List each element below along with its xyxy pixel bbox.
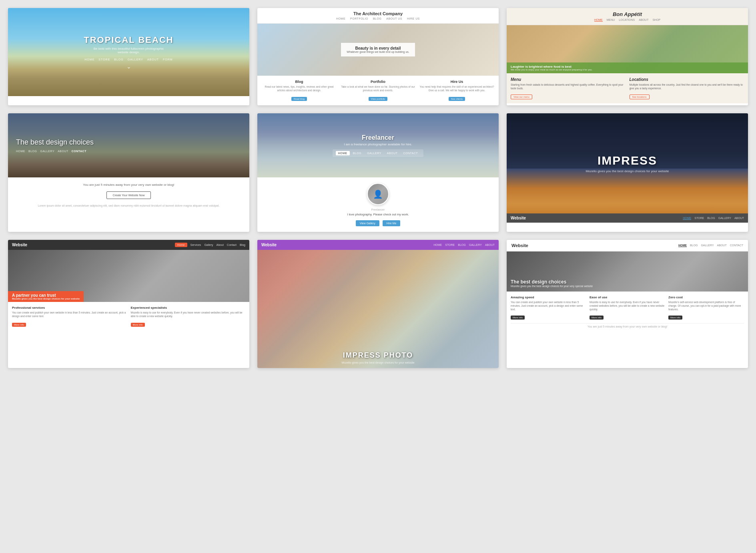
card7-nav-services[interactable]: Services (191, 243, 201, 246)
card3-body: Menu Starting from fresh salads to delic… (507, 73, 748, 103)
card2-col-hire: Hire Us You need help that requires the … (419, 80, 495, 101)
card3-menu-text: Starting from fresh salads to delicious … (511, 83, 626, 90)
card1-nav-form[interactable]: FORM (163, 58, 173, 61)
card3-menu-btn[interactable]: View our menu (511, 95, 532, 99)
card9-nav-home[interactable]: HOME (678, 244, 687, 247)
card2-hire-btn[interactable]: See clients (449, 97, 465, 101)
card2-header: The Architect Company HOME PORTFOLIO BLO… (257, 8, 499, 24)
card5-nav-blog[interactable]: BLOG (351, 151, 364, 155)
card9-col-2-btn[interactable]: More info (668, 316, 682, 320)
card2-col-blog: Blog Read our latest news, tips, insight… (261, 80, 337, 101)
card4-nav-gallery[interactable]: GALLERY (40, 150, 54, 153)
card9-nav-contact[interactable]: CONTACT (730, 244, 743, 247)
card2-nav-blog[interactable]: BLOG (373, 17, 381, 20)
card3-nav-shop[interactable]: SHOP (652, 18, 660, 22)
card6-hero: IMPRESS Mozello gives you the best desig… (507, 113, 748, 213)
card2-col-portfolio-text: Take a look at what we have done so far.… (340, 85, 416, 92)
card9-hero: The best design choices Mozello gives yo… (507, 251, 748, 292)
card5-nav-gallery[interactable]: GALLERY (365, 151, 384, 155)
card7-cols: Professional services You can create and… (12, 306, 245, 327)
card3-col-locations: Locations Multiple locations all across … (630, 77, 744, 99)
card4-nav-blog[interactable]: BLOG (28, 150, 37, 153)
card9-nav-about[interactable]: ABOUT (717, 244, 727, 247)
card2-nav-home[interactable]: HOME (336, 17, 345, 20)
card7-header-nav: Home Services Gallery About Contact Blog (175, 243, 245, 247)
chevron-down-icon[interactable]: ⌄ (126, 63, 131, 70)
card9-nav-blog[interactable]: BLOG (690, 244, 698, 247)
card9-col-1-text: Mozello is easy to use for everybody. Ev… (590, 300, 665, 311)
card2-portfolio-btn[interactable]: View portfolio (369, 97, 388, 101)
card5-nav-contact[interactable]: CONTACT (401, 151, 420, 155)
card2-col-portfolio-title: Portfolio (340, 80, 416, 84)
card8-nav-about[interactable]: ABOUT (485, 243, 495, 246)
card5-gallery-btn[interactable]: View Gallery (356, 220, 379, 226)
card1-nav-gallery[interactable]: GALLERY (128, 58, 143, 61)
card5-nav-home[interactable]: HOME (336, 151, 350, 155)
card-website-dark: Website Home Services Gallery About Cont… (8, 240, 249, 368)
card4-body: You are just 5 minutes away from your ve… (8, 177, 249, 214)
card9-col-2-title: Zero cost (668, 296, 744, 299)
card1-nav-store[interactable]: STORE (98, 58, 110, 61)
card8-header: Website HOME STORE BLOG GALLERY ABOUT (257, 240, 499, 250)
card5-hire-btn[interactable]: Hire Me (383, 220, 401, 226)
card9-nav-gallery[interactable]: GALLERY (701, 244, 714, 247)
card3-nav-home[interactable]: HOME (594, 18, 603, 22)
card2-blog-btn[interactable]: Read blog (291, 97, 307, 101)
card9-body: Amazing speed You can create and publish… (507, 292, 748, 334)
card2-col-blog-text: Read our latest news, tips, insights, re… (261, 85, 337, 92)
card3-locations-btn[interactable]: See locations (630, 95, 650, 99)
card7-banner: A partner you can trust Mozello gives yo… (8, 291, 84, 302)
card7-nav-about[interactable]: About (217, 243, 224, 246)
card9-col-1-btn[interactable]: More info (590, 316, 604, 320)
card9-col-0-btn[interactable]: More info (511, 316, 525, 320)
card2-nav-about[interactable]: ABOUT US (386, 17, 402, 20)
card3-nav-about[interactable]: ABOUT (639, 18, 648, 22)
card7-col-0-btn[interactable]: More info (12, 323, 26, 327)
card7-body: Professional services You can create and… (8, 302, 249, 331)
card6-nav-gallery[interactable]: GALLERY (718, 217, 731, 220)
card4-nav-home[interactable]: HOME (16, 150, 25, 153)
card4-lorem: Lorem ipsum dolor sit amet, consectetuer… (14, 204, 244, 208)
card2-nav-portfolio[interactable]: PORTFOLIO (350, 17, 368, 20)
card5-name: Freelancer (263, 208, 493, 211)
card1-nav: HOME STORE BLOG GALLERY ABOUT FORM (84, 58, 172, 61)
card7-hero: A partner you can trust Mozello gives yo… (8, 250, 249, 302)
card2-col-blog-title: Blog (261, 80, 337, 84)
card2-overlay-title: Beauty is in every detail (347, 46, 409, 50)
card4-nav-about[interactable]: ABOUT (58, 150, 68, 153)
card6-nav-store[interactable]: STORE (694, 217, 704, 220)
card6-footer-title: Website (511, 216, 526, 220)
card8-nav-store[interactable]: STORE (445, 243, 455, 246)
card1-nav-about[interactable]: ABOUT (147, 58, 159, 61)
card3-nav-menu[interactable]: MENU (607, 18, 615, 22)
card2-hero: Beauty is in every detail Whatever good … (257, 24, 499, 76)
card6-subtitle: Mozello gives you the best design choice… (586, 169, 669, 173)
card8-content: IMPRESS PHOTO Mozello gives you the best… (257, 250, 499, 368)
card4-cta-btn[interactable]: Create Your Website Now (106, 191, 150, 199)
card1-nav-home[interactable]: HOME (84, 58, 94, 61)
card6-footer: Website HOME STORE BLOG GALLERY ABOUT (507, 213, 748, 223)
card4-nav-contact[interactable]: CONTACT (72, 150, 86, 153)
card6-footer-nav: HOME STORE BLOG GALLERY ABOUT (683, 217, 744, 220)
card8-nav-gallery[interactable]: GALLERY (469, 243, 482, 246)
card9-hero-text: The best design choices Mozello gives yo… (511, 279, 593, 288)
card8-nav-blog[interactable]: BLOG (458, 243, 465, 246)
card8-nav-home[interactable]: HOME (433, 243, 442, 246)
card2-nav-hire[interactable]: HIRE US (407, 17, 420, 20)
card7-nav-gallery[interactable]: Gallery (204, 243, 213, 246)
card6-nav-blog[interactable]: BLOG (707, 217, 715, 220)
card7-nav-contact[interactable]: Contact (227, 243, 237, 246)
card3-nav-locations[interactable]: LOCATIONS (619, 18, 635, 22)
card3-banner-title: Laughter is brightest where food is best (511, 65, 744, 68)
card8-hero: Website HOME STORE BLOG GALLERY ABOUT IM… (257, 240, 499, 368)
card7-col-1-btn[interactable]: More info (131, 323, 145, 327)
card-impress: IMPRESS Mozello gives you the best desig… (507, 113, 748, 232)
card7-home-btn[interactable]: Home (175, 243, 187, 247)
card6-nav-home[interactable]: HOME (683, 217, 691, 220)
card1-nav-blog[interactable]: BLOG (114, 58, 123, 61)
card7-nav-blog[interactable]: Blog (240, 243, 245, 246)
card6-nav-about[interactable]: ABOUT (734, 217, 744, 220)
card-bon-appetit: Bon Appétit HOME MENU LOCATIONS ABOUT SH… (507, 8, 748, 105)
card5-nav-about[interactable]: ABOUT (385, 151, 400, 155)
card5-nav: HOME BLOG GALLERY ABOUT CONTACT (333, 149, 424, 157)
